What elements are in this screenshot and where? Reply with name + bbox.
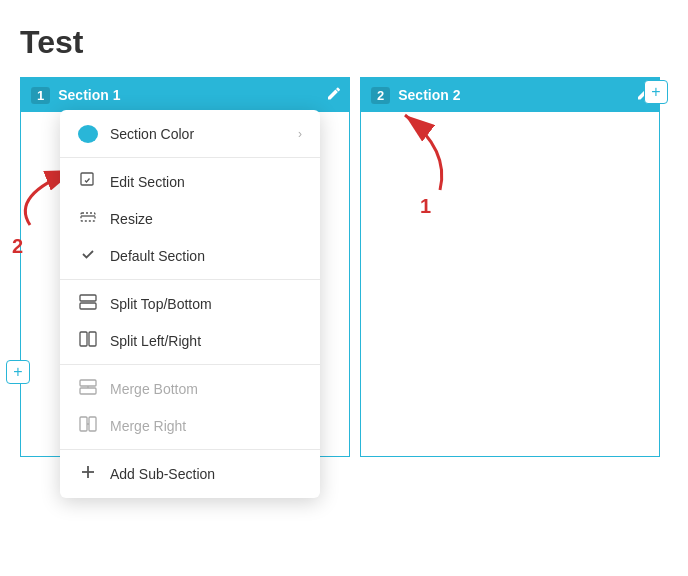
annotation-label-2: 2 [12,235,23,258]
arrow-1-svg [390,100,470,200]
menu-item-add-sub-section[interactable]: Add Sub-Section [60,455,320,492]
menu-item-edit-section-label: Edit Section [110,174,185,190]
svg-rect-4 [80,303,96,309]
section-2-number: 2 [371,87,390,104]
svg-rect-5 [80,332,87,346]
divider-3 [60,364,320,365]
menu-item-split-top-bottom[interactable]: Split Top/Bottom [60,285,320,322]
color-dot-icon [78,125,98,143]
section-1-label: Section 1 [58,87,120,103]
plus-icon [78,464,98,483]
menu-item-merge-bottom[interactable]: Merge Bottom [60,370,320,407]
annotation-label-1: 1 [420,195,431,218]
plus-top-icon: + [651,83,660,101]
resize-icon [78,209,98,228]
context-menu: Section Color › Edit Section Resize [60,110,320,498]
plus-left-icon: + [13,363,22,381]
edit-icon [78,172,98,191]
menu-item-default-section[interactable]: Default Section [60,237,320,274]
menu-item-edit-section[interactable]: Edit Section [60,163,320,200]
menu-item-default-section-label: Default Section [110,248,205,264]
section-1-header[interactable]: 1 Section 1 [21,78,349,112]
divider-4 [60,449,320,450]
menu-item-add-sub-section-label: Add Sub-Section [110,466,215,482]
menu-item-section-color-label: Section Color [110,126,194,142]
menu-item-split-left-right-label: Split Left/Right [110,333,201,349]
add-section-left-button[interactable]: + [6,360,30,384]
divider-2 [60,279,320,280]
svg-rect-3 [80,295,96,301]
menu-item-split-left-right[interactable]: Split Left/Right [60,322,320,359]
check-icon [78,246,98,265]
menu-item-merge-bottom-label: Merge Bottom [110,381,198,397]
svg-rect-6 [89,332,96,346]
menu-item-section-color[interactable]: Section Color › [60,116,320,152]
menu-item-merge-right-label: Merge Right [110,418,186,434]
split-vertical-icon [78,331,98,350]
menu-item-resize[interactable]: Resize [60,200,320,237]
chevron-right-icon: › [298,127,302,141]
svg-rect-10 [80,417,87,431]
svg-rect-11 [89,417,96,431]
divider-1 [60,157,320,158]
menu-item-resize-label: Resize [110,211,153,227]
svg-rect-1 [81,213,95,221]
svg-rect-0 [81,173,93,185]
page-title: Test [20,24,668,61]
section-1-number: 1 [31,87,50,104]
add-section-top-button[interactable]: + [644,80,668,104]
arrow-1-container [390,100,470,204]
merge-bottom-icon [78,379,98,398]
menu-item-split-top-bottom-label: Split Top/Bottom [110,296,212,312]
split-horizontal-icon [78,294,98,313]
svg-rect-7 [80,380,96,386]
menu-item-merge-right[interactable]: Merge Right [60,407,320,444]
section-1-edit-icon[interactable] [327,87,341,104]
merge-right-icon [78,416,98,435]
svg-rect-8 [80,388,96,394]
page-container: Test 1 Section 1 2 Section 2 [0,0,688,576]
